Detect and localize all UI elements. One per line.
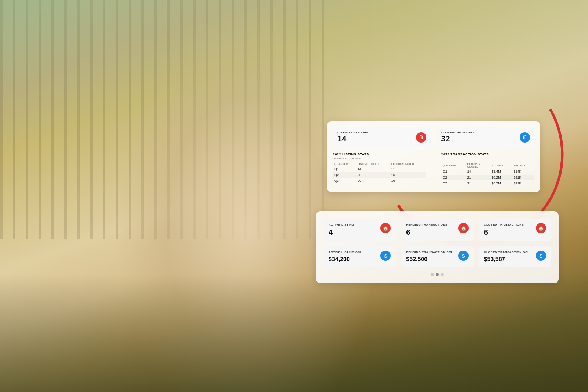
metric-gci-info: CLOSED TRANSACTION GCI $53,587 bbox=[484, 251, 528, 262]
calendar-icon-red: 🗓 bbox=[416, 132, 426, 143]
home-icon: 🏠 bbox=[536, 223, 546, 233]
metric-gci-card-2: CLOSED TRANSACTION GCI $53,587 $ bbox=[479, 246, 551, 267]
metric-info: ACTIVE LISTING 4 bbox=[329, 223, 354, 237]
listing-stats-title: 2022 LISTING STATS bbox=[333, 152, 426, 156]
table-cell: Q1 bbox=[333, 166, 356, 172]
table-cell: 16 bbox=[390, 178, 426, 184]
metric-gci-value: $52,500 bbox=[406, 256, 452, 263]
stats-row: 2022 LISTING STATS QUARTERLY GOALS QUART… bbox=[333, 152, 534, 186]
metric-label: PENDING TRANSACTIONS bbox=[406, 223, 447, 227]
stats-divider bbox=[434, 152, 434, 186]
pagination-dot-2[interactable] bbox=[436, 273, 439, 276]
metric-value: 6 bbox=[406, 228, 447, 237]
metric-gci-info: PENDING TRANSACTION GCI $52,500 bbox=[406, 251, 452, 262]
table-cell: Q2 bbox=[441, 175, 466, 180]
listing-stats-table: QUARTER LISTINGS HELD LISTINGS TAKEN Q11… bbox=[333, 162, 426, 184]
transaction-stats-section: 2022 TRANSACTION STATS QUARTER PENDING/C… bbox=[441, 152, 535, 186]
listing-days-value: 14 bbox=[337, 134, 369, 144]
days-left-row: LISTING DAYS LEFT 14 🗓 CLOSING DAYS LEFT… bbox=[333, 127, 534, 147]
metric-info: CLOSED TRANSACTIONS 6 bbox=[484, 223, 524, 237]
metric-card-0: ACTIVE LISTING 4 🏠 bbox=[323, 219, 396, 241]
table-cell: 21 bbox=[466, 180, 490, 186]
metric-gci-card-0: ACTIVE LISTING GCI $34,200 $ bbox=[323, 246, 396, 267]
table-cell: $8.3M bbox=[490, 180, 512, 186]
pagination bbox=[323, 273, 551, 276]
table-cell: Q3 bbox=[333, 178, 356, 184]
metric-gci-label: CLOSED TRANSACTION GCI bbox=[484, 251, 528, 254]
table-cell: $5.4M bbox=[490, 169, 512, 175]
metric-gci-card-1: PENDING TRANSACTION GCI $52,500 $ bbox=[401, 246, 473, 267]
metrics-row-1: ACTIVE LISTING 4 🏠 PENDING TRANSACTIONS … bbox=[323, 219, 551, 241]
home-icon: 🏠 bbox=[380, 223, 391, 233]
listing-col-taken: LISTINGS TAKEN bbox=[390, 162, 426, 166]
bottom-metrics-panel: ACTIVE LISTING 4 🏠 PENDING TRANSACTIONS … bbox=[316, 211, 559, 283]
home-icon: 🏠 bbox=[458, 223, 469, 233]
closing-days-label: CLOSING DAYS LEFT bbox=[441, 131, 474, 134]
txn-col-profits: PROFITS bbox=[512, 162, 534, 169]
closing-days-card: CLOSING DAYS LEFT 32 🗓 bbox=[437, 127, 534, 147]
metric-gci-info: ACTIVE LISTING GCI $34,200 bbox=[329, 251, 361, 262]
metrics-row-2: ACTIVE LISTING GCI $34,200 $ PENDING TRA… bbox=[323, 246, 551, 267]
listing-days-label: LISTING DAYS LEFT bbox=[337, 131, 369, 134]
metric-value: 6 bbox=[484, 228, 524, 237]
table-cell: Q2 bbox=[333, 172, 356, 178]
table-cell: 20 bbox=[356, 172, 390, 178]
metric-info: PENDING TRANSACTIONS 6 bbox=[406, 223, 447, 237]
dollar-icon: $ bbox=[380, 251, 391, 261]
table-cell: 21 bbox=[466, 175, 490, 180]
dollar-icon: $ bbox=[458, 251, 469, 261]
transaction-stats-subtitle bbox=[441, 157, 535, 160]
listing-stats-section: 2022 LISTING STATS QUARTERLY GOALS QUART… bbox=[333, 152, 426, 186]
metric-label: ACTIVE LISTING bbox=[329, 223, 354, 227]
txn-col-quarter: QUARTER bbox=[441, 162, 466, 169]
table-cell: 20 bbox=[356, 178, 390, 184]
table-cell: 14 bbox=[356, 166, 390, 172]
metric-gci-value: $34,200 bbox=[329, 256, 361, 263]
metric-gci-label: ACTIVE LISTING GCI bbox=[329, 251, 361, 254]
listing-stats-subtitle: QUARTERLY GOALS bbox=[333, 157, 426, 160]
metric-gci-value: $53,587 bbox=[484, 256, 528, 263]
metric-card-2: CLOSED TRANSACTIONS 6 🏠 bbox=[479, 219, 551, 241]
content-layer: LISTING DAYS LEFT 14 🗓 CLOSING DAYS LEFT… bbox=[0, 0, 588, 392]
listing-col-quarter: QUARTER bbox=[333, 162, 356, 166]
listing-days-card: LISTING DAYS LEFT 14 🗓 bbox=[333, 127, 431, 147]
calendar-icon-blue: 🗓 bbox=[520, 132, 530, 143]
closing-days-value: 32 bbox=[441, 134, 474, 144]
transaction-stats-title: 2022 TRANSACTION STATS bbox=[441, 152, 535, 156]
metric-value: 4 bbox=[329, 228, 354, 237]
metric-gci-label: PENDING TRANSACTION GCI bbox=[406, 251, 452, 254]
table-cell: $21K bbox=[512, 175, 534, 180]
table-cell: $14K bbox=[512, 169, 534, 175]
transaction-stats-table: QUARTER PENDING/CLOSED VOLUME PROFITS Q1… bbox=[441, 162, 535, 186]
pagination-dot-3[interactable] bbox=[441, 273, 444, 276]
table-cell: 14 bbox=[466, 169, 490, 175]
txn-col-pending: PENDING/CLOSED bbox=[466, 162, 490, 169]
metric-card-1: PENDING TRANSACTIONS 6 🏠 bbox=[401, 219, 473, 241]
table-cell: 16 bbox=[390, 172, 426, 178]
table-cell: Q1 bbox=[441, 169, 466, 175]
pagination-dot-1[interactable] bbox=[431, 273, 434, 276]
table-cell: $21K bbox=[512, 180, 534, 186]
table-cell: $8.2M bbox=[490, 175, 512, 180]
txn-col-volume: VOLUME bbox=[490, 162, 512, 169]
dollar-icon: $ bbox=[536, 251, 546, 261]
listing-col-held: LISTINGS HELD bbox=[356, 162, 390, 166]
table-cell: 11 bbox=[390, 166, 426, 172]
metric-label: CLOSED TRANSACTIONS bbox=[484, 223, 524, 227]
table-cell: Q3 bbox=[441, 180, 466, 186]
top-stats-panel: LISTING DAYS LEFT 14 🗓 CLOSING DAYS LEFT… bbox=[327, 121, 540, 192]
